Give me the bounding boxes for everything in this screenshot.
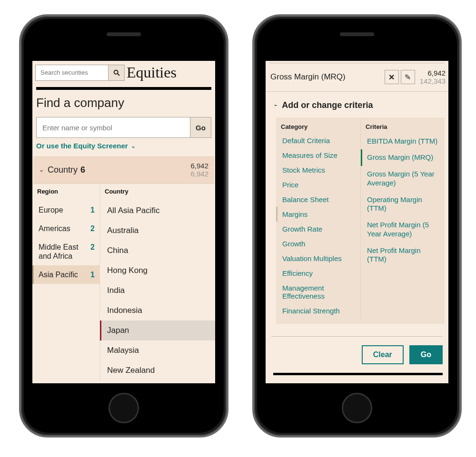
svg-point-0 bbox=[114, 70, 118, 74]
divider bbox=[36, 87, 211, 90]
criteria-num-bottom: 142,343 bbox=[420, 77, 446, 85]
criteria-list-header: Criteria bbox=[361, 118, 445, 133]
screen-right: Gross Margin (MRQ) ✕ ✎ 6,942 142,343 - A… bbox=[266, 61, 448, 383]
region-count: 2 bbox=[90, 243, 95, 252]
criteria-item[interactable]: Gross Margin (5 Year Average) bbox=[361, 166, 445, 192]
search-input[interactable] bbox=[36, 65, 108, 80]
accordion-label: Country bbox=[48, 165, 78, 175]
country-accordion[interactable]: ⌄ Country 6 6,942 6,942 bbox=[33, 156, 214, 184]
category-item[interactable]: Growth bbox=[276, 236, 360, 251]
category-item[interactable]: Default Criteria bbox=[276, 133, 360, 148]
country-header: Country bbox=[100, 184, 215, 201]
category-item[interactable]: Growth Rate bbox=[276, 222, 360, 236]
phone-left: Equities Find a company Go Or use the Eq… bbox=[19, 14, 228, 438]
equity-screener-link[interactable]: Or use the Equity Screener ⌄ bbox=[32, 142, 215, 150]
equity-screener-label: Or use the Equity Screener bbox=[36, 142, 128, 150]
find-company-input[interactable] bbox=[37, 117, 190, 137]
country-item[interactable]: Japan bbox=[100, 321, 215, 340]
region-header: Region bbox=[32, 184, 99, 201]
page-title: Equities bbox=[127, 64, 177, 81]
region-label: Middle East and Africa bbox=[39, 243, 90, 261]
category-item[interactable]: Margins bbox=[276, 207, 360, 222]
chevron-down-icon: ⌄ bbox=[39, 166, 44, 173]
region-item[interactable]: Middle East and Africa2 bbox=[32, 238, 99, 265]
country-item[interactable]: Indonesia bbox=[100, 301, 215, 321]
criteria-title: Gross Margin (MRQ) bbox=[270, 72, 383, 82]
svg-line-1 bbox=[118, 74, 119, 76]
home-button[interactable] bbox=[109, 393, 139, 423]
category-item[interactable]: Measures of Size bbox=[276, 148, 360, 163]
criteria-row: Gross Margin (MRQ) ✕ ✎ 6,942 142,343 bbox=[266, 63, 448, 92]
accordion-count: 6 bbox=[80, 165, 85, 175]
category-item[interactable]: Balance Sheet bbox=[276, 192, 360, 207]
add-change-criteria[interactable]: - Add or change criteria bbox=[266, 92, 448, 116]
category-item[interactable]: Management Effectiveness bbox=[276, 281, 360, 303]
go-button[interactable]: Go bbox=[409, 345, 443, 364]
chevron-down-icon: ⌄ bbox=[131, 143, 136, 149]
search-icon[interactable] bbox=[108, 65, 124, 80]
region-count: 1 bbox=[90, 205, 95, 214]
country-item[interactable]: India bbox=[100, 281, 215, 301]
minus-icon: - bbox=[274, 100, 277, 110]
category-item[interactable]: Price bbox=[276, 177, 360, 192]
criteria-item[interactable]: Net Profit Margin (5 Year Average) bbox=[361, 217, 445, 243]
country-item[interactable]: New Zealand bbox=[100, 360, 215, 380]
category-item[interactable]: Financial Strength bbox=[276, 303, 360, 318]
country-item[interactable]: Hong Kong bbox=[100, 261, 215, 281]
category-item[interactable]: Efficiency bbox=[276, 266, 360, 281]
category-header: Category bbox=[276, 118, 360, 133]
region-label: Asia Pacific bbox=[39, 270, 78, 279]
country-item[interactable]: Malaysia bbox=[100, 340, 215, 360]
find-company-input-row: Go bbox=[36, 117, 211, 138]
phone-speaker bbox=[107, 32, 141, 36]
edit-criteria-button[interactable]: ✎ bbox=[401, 70, 415, 84]
criteria-item[interactable]: Gross Margin (MRQ) bbox=[361, 149, 445, 166]
divider bbox=[271, 336, 443, 337]
find-company-heading: Find a company bbox=[32, 96, 215, 117]
criteria-item[interactable]: Net Profit Margin (TTM) bbox=[361, 243, 445, 268]
region-count: 2 bbox=[90, 224, 95, 233]
region-item[interactable]: Asia Pacific1 bbox=[32, 265, 99, 284]
country-item[interactable]: Australia bbox=[100, 221, 215, 241]
close-icon: ✕ bbox=[388, 73, 395, 82]
region-count: 1 bbox=[90, 270, 95, 279]
region-item[interactable]: Europe1 bbox=[32, 201, 99, 219]
category-item[interactable]: Stock Metrics bbox=[276, 163, 360, 177]
search-securities[interactable] bbox=[35, 65, 125, 81]
screen-left: Equities Find a company Go Or use the Eq… bbox=[32, 61, 215, 383]
accordion-num-bottom: 6,942 bbox=[190, 170, 208, 178]
region-label: Europe bbox=[39, 205, 63, 214]
region-item[interactable]: Americas2 bbox=[32, 219, 99, 238]
criteria-item[interactable]: EBITDA Margin (TTM) bbox=[361, 133, 445, 150]
go-button-small[interactable]: Go bbox=[190, 117, 211, 137]
add-change-label: Add or change criteria bbox=[282, 100, 373, 110]
pencil-icon: ✎ bbox=[405, 73, 411, 82]
phone-speaker bbox=[340, 32, 374, 36]
home-button[interactable] bbox=[342, 393, 372, 423]
criteria-num-top: 6,942 bbox=[420, 69, 446, 77]
category-item[interactable]: Valuation Multiples bbox=[276, 251, 360, 266]
divider bbox=[273, 373, 443, 375]
phone-right: Gross Margin (MRQ) ✕ ✎ 6,942 142,343 - A… bbox=[252, 14, 462, 438]
region-label: Americas bbox=[39, 224, 70, 233]
accordion-num-top: 6,942 bbox=[190, 162, 208, 170]
clear-button[interactable]: Clear bbox=[362, 345, 404, 364]
country-item[interactable]: All Asia Pacific bbox=[100, 201, 215, 221]
criteria-item[interactable]: Operating Margin (TTM) bbox=[361, 192, 445, 217]
country-item[interactable]: China bbox=[100, 241, 215, 261]
remove-criteria-button[interactable]: ✕ bbox=[385, 70, 399, 84]
